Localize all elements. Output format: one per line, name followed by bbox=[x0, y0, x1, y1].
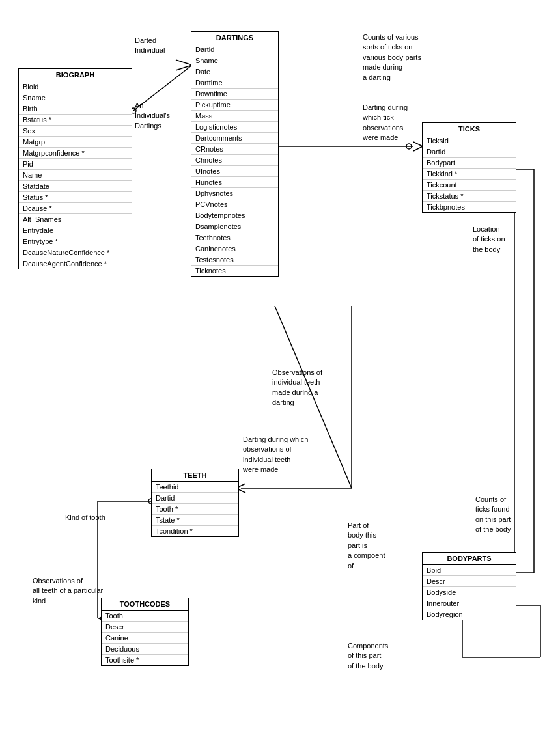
dartings-entity: DARTINGS Dartid Sname Date Darttime Down… bbox=[191, 31, 279, 277]
toothcodes-field-tooth: Tooth bbox=[102, 611, 188, 622]
toothcodes-field-deciduous: Deciduous bbox=[102, 644, 188, 655]
biograph-field-matgrp: Matgrp bbox=[19, 137, 132, 148]
biograph-field-statdate: Statdate bbox=[19, 181, 132, 192]
bodyparts-field-innerouter: Innerouter bbox=[423, 598, 516, 609]
teeth-field-tooth: Tooth * bbox=[152, 504, 238, 515]
biograph-field-name: Name bbox=[19, 170, 132, 181]
annotation-kind-of-tooth: Kind of tooth bbox=[65, 513, 105, 523]
biograph-field-dcause: Dcause * bbox=[19, 203, 132, 214]
annotation-counts-ticks: Counts of varioussorts of ticks onvariou… bbox=[363, 33, 421, 83]
biograph-field-sex: Sex bbox=[19, 126, 132, 137]
ticks-field-tickstatus: Tickstatus * bbox=[423, 191, 516, 202]
annotation-location-ticks: Locationof ticks onthe body bbox=[473, 225, 505, 254]
dartings-field-dphysnotes: Dphysnotes bbox=[191, 188, 278, 199]
biograph-entity: BIOGRAPH Bioid Sname Birth Bstatus * Sex… bbox=[18, 68, 132, 269]
dartings-field-testesnotes: Testesnotes bbox=[191, 254, 278, 266]
ticks-field-tickcount: Tickcount bbox=[423, 180, 516, 191]
biograph-field-dcauseagentconfidence: DcauseAgentConfidence * bbox=[19, 258, 132, 269]
dartings-field-sname: Sname bbox=[191, 55, 278, 66]
biograph-field-birth: Birth bbox=[19, 103, 132, 115]
dartings-field-logisticnotes: Logisticnotes bbox=[191, 122, 278, 133]
dartings-field-dartid: Dartid bbox=[191, 44, 278, 55]
dartings-field-uinotes: UInotes bbox=[191, 166, 278, 177]
biograph-field-bioid: Bioid bbox=[19, 81, 132, 92]
annotation-darting-teeth-obs: Darting during whichobservations ofindiv… bbox=[243, 435, 308, 475]
diagram-container: BIOGRAPH Bioid Sname Birth Bstatus * Sex… bbox=[0, 0, 560, 729]
biograph-field-dcausenatureconfidence: DcauseNatureConfidence * bbox=[19, 247, 132, 258]
bodyparts-field-bodyregion: Bodyregion bbox=[423, 609, 516, 620]
teeth-field-tcondition: Tcondition * bbox=[152, 526, 238, 536]
ticks-field-ticksid: Ticksid bbox=[423, 135, 516, 146]
dartings-field-date: Date bbox=[191, 66, 278, 77]
biograph-field-matgrpconfidence: Matgrpconfidence * bbox=[19, 148, 132, 159]
annotation-obs-all-teeth: Observations ofall teeth of a particular… bbox=[33, 576, 103, 606]
biograph-field-sname: Sname bbox=[19, 92, 132, 103]
dartings-field-pickuptime: Pickuptime bbox=[191, 100, 278, 111]
svg-line-7 bbox=[413, 146, 423, 151]
toothcodes-field-descr: Descr bbox=[102, 622, 188, 633]
dartings-field-downtime: Downtime bbox=[191, 89, 278, 100]
svg-line-2 bbox=[176, 65, 192, 70]
teeth-field-teethid: Teethid bbox=[152, 482, 238, 493]
biograph-field-entrydate: Entrydate bbox=[19, 225, 132, 236]
svg-line-6 bbox=[413, 142, 423, 146]
ticks-header: TICKS bbox=[423, 123, 516, 135]
teeth-header: TEETH bbox=[152, 469, 238, 482]
toothcodes-entity: TOOTHCODES Tooth Descr Canine Deciduous … bbox=[101, 598, 189, 666]
bodyparts-field-bpid: Bpid bbox=[423, 565, 516, 576]
svg-point-5 bbox=[406, 144, 412, 149]
dartings-field-mass: Mass bbox=[191, 111, 278, 122]
bodyparts-field-descr: Descr bbox=[423, 576, 516, 587]
teeth-field-tstate: Tstate * bbox=[152, 515, 238, 526]
biograph-field-status: Status * bbox=[19, 192, 132, 203]
bodyparts-field-bodyside: Bodyside bbox=[423, 587, 516, 598]
dartings-field-dartcomments: Dartcomments bbox=[191, 133, 278, 144]
dartings-field-darttime: Darttime bbox=[191, 77, 278, 89]
svg-line-1 bbox=[176, 60, 192, 65]
annotation-obs-individual-teeth: Observations ofindividual teethmade duri… bbox=[272, 368, 322, 408]
annotation-components: Componentsof this partof the body bbox=[348, 641, 388, 671]
dartings-field-bodytempnotes: Bodytempnotes bbox=[191, 210, 278, 221]
teeth-entity: TEETH Teethid Dartid Tooth * Tstate * Tc… bbox=[151, 469, 239, 537]
dartings-field-teethnotes: Teethnotes bbox=[191, 232, 278, 243]
biograph-field-entrytype: Entrytype * bbox=[19, 236, 132, 247]
dartings-field-chnotes: Chnotes bbox=[191, 155, 278, 166]
toothcodes-field-canine: Canine bbox=[102, 633, 188, 644]
dartings-field-hunotes: Hunotes bbox=[191, 177, 278, 188]
ticks-field-bodypart: Bodypart bbox=[423, 158, 516, 169]
dartings-header: DARTINGS bbox=[191, 32, 278, 44]
biograph-header: BIOGRAPH bbox=[19, 69, 132, 81]
toothcodes-header: TOOTHCODES bbox=[102, 598, 188, 611]
dartings-field-caninenotes: Caninenotes bbox=[191, 243, 278, 254]
annotation-an-individuals-dartings: AnIndividual'sDartings bbox=[135, 101, 170, 131]
annotation-darted-individual: DartedIndividual bbox=[135, 36, 165, 56]
teeth-field-dartid: Dartid bbox=[152, 493, 238, 504]
dartings-field-crnotes: CRnotes bbox=[191, 144, 278, 155]
dartings-field-pcvnotes: PCVnotes bbox=[191, 199, 278, 210]
ticks-field-dartid: Dartid bbox=[423, 146, 516, 158]
annotation-counts-ticks-body: Counts ofticks foundon this partof the b… bbox=[475, 495, 511, 535]
toothcodes-field-toothsite: Toothsite * bbox=[102, 655, 188, 665]
annotation-part-of-body: Part ofbody thispart isa compoentof bbox=[348, 521, 385, 571]
annotation-darting-tick-obs: Darting duringwhich tickobservationswere… bbox=[363, 103, 408, 143]
biograph-field-pid: Pid bbox=[19, 159, 132, 170]
dartings-field-ticknotes: Ticknotes bbox=[191, 266, 278, 276]
bodyparts-entity: BODYPARTS Bpid Descr Bodyside Innerouter… bbox=[422, 552, 516, 620]
bodyparts-header: BODYPARTS bbox=[423, 553, 516, 565]
ticks-field-tickkind: Tickkind * bbox=[423, 169, 516, 180]
biograph-field-bstatus: Bstatus * bbox=[19, 115, 132, 126]
biograph-field-alt-snames: Alt_Snames bbox=[19, 214, 132, 225]
dartings-field-dsamplenotes: Dsamplenotes bbox=[191, 221, 278, 232]
ticks-field-tickbpnotes: Tickbpnotes bbox=[423, 202, 516, 212]
ticks-entity: TICKS Ticksid Dartid Bodypart Tickkind *… bbox=[422, 122, 516, 213]
